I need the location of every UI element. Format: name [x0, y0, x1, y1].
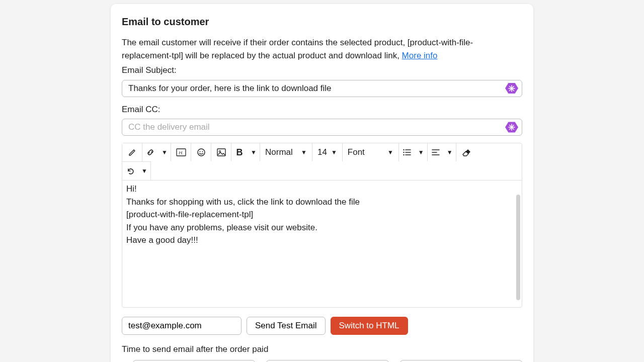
svg-rect-13 [217, 149, 225, 156]
font-family-value: Font [348, 146, 365, 159]
editor-toolbar: ▼ H. B ▼ Normal [122, 143, 522, 180]
chevron-down-icon: ▼ [331, 148, 337, 157]
svg-point-14 [219, 151, 220, 152]
svg-point-11 [199, 151, 200, 152]
undo-dropdown[interactable]: ▼ [138, 162, 150, 180]
subject-label: Email Subject: [122, 64, 522, 77]
delay-selects: 0 Days ▲▼ 3 Hours ▲▼ 0 Minutes ▲▼ [122, 360, 522, 363]
chevron-down-icon: ▼ [447, 148, 453, 157]
delay-label: Time to send email after the order paid [122, 343, 522, 356]
editor-content[interactable]: Hi! Thanks for shopping with us, click t… [122, 180, 522, 307]
align-dropdown[interactable]: ▼ [444, 143, 456, 161]
svg-point-20 [403, 154, 404, 155]
chevron-down-icon: ▼ [387, 148, 393, 157]
font-size-select[interactable]: 14 ▼ [312, 143, 343, 161]
edit-icon[interactable] [122, 143, 142, 161]
section-title: Email to customer [122, 14, 522, 29]
undo-button[interactable]: ▼ [122, 161, 151, 180]
scrollbar[interactable] [516, 195, 520, 300]
body-line: Have a good day!!! [126, 234, 518, 247]
email-settings-card: Email to customer The email customer wil… [111, 4, 533, 362]
block-style-select[interactable]: Normal ▼ [260, 143, 312, 161]
more-info-link[interactable]: More info [402, 51, 438, 60]
bold-dropdown[interactable]: ▼ [248, 143, 260, 161]
body-line: Hi! [126, 183, 518, 196]
delay-minutes-select[interactable]: 0 Minutes ▲▼ [400, 360, 522, 363]
svg-point-10 [198, 149, 205, 156]
cc-label: Email CC: [122, 103, 522, 116]
page-root: Email to customer The email customer wil… [0, 0, 644, 362]
svg-point-19 [403, 152, 404, 153]
align-button[interactable]: ▼ [428, 143, 456, 161]
image-icon[interactable] [211, 143, 231, 161]
subject-input[interactable] [122, 80, 522, 97]
eraser-icon[interactable] [456, 143, 476, 161]
chevron-down-icon: ▼ [141, 166, 147, 175]
switch-html-button[interactable]: Switch to HTML [331, 317, 408, 335]
svg-text:H.: H. [179, 150, 183, 155]
emoji-icon[interactable] [191, 143, 211, 161]
font-size-value: 14 [317, 146, 327, 159]
subject-input-wrap [122, 80, 522, 97]
font-family-select[interactable]: Font ▼ [343, 143, 399, 161]
list-icon[interactable] [399, 143, 415, 161]
delay-hours-select[interactable]: 3 Hours ▲▼ [266, 360, 388, 363]
list-dropdown[interactable]: ▼ [415, 143, 427, 161]
align-icon[interactable] [428, 143, 444, 161]
link-button[interactable]: ▼ [142, 143, 171, 161]
send-test-button[interactable]: Send Test Email [247, 317, 326, 335]
code-block-icon[interactable]: H. [171, 143, 191, 161]
chevron-down-icon: ▼ [162, 148, 168, 157]
svg-point-18 [403, 149, 404, 150]
editor-body[interactable]: Hi! Thanks for shopping with us, click t… [122, 180, 522, 307]
chevron-down-icon: ▼ [418, 148, 424, 157]
body-line: If you have any problems, please visit o… [126, 221, 518, 234]
link-icon[interactable] [142, 143, 158, 161]
test-email-input[interactable] [122, 317, 242, 335]
undo-icon[interactable] [122, 162, 138, 180]
test-email-row: Send Test Email Switch to HTML [122, 317, 522, 335]
chevron-down-icon: ▼ [301, 148, 307, 157]
rich-text-editor: ▼ H. B ▼ Normal [122, 143, 522, 308]
body-line: Thanks for shopping with us, click the l… [126, 196, 518, 209]
body-line: [product-with-file-replacement-tpl] [126, 208, 518, 221]
chevron-down-icon: ▼ [251, 148, 257, 157]
list-button[interactable]: ▼ [399, 143, 428, 161]
cc-input-wrap [122, 119, 522, 136]
block-style-value: Normal [265, 146, 293, 159]
svg-point-12 [202, 151, 203, 152]
bold-button[interactable]: B ▼ [231, 143, 260, 161]
delay-days-select[interactable]: 0 Days ▲▼ [133, 360, 255, 363]
cc-input[interactable] [122, 119, 522, 136]
bold-icon[interactable]: B [231, 143, 248, 161]
section-description: The email customer will receive if their… [122, 36, 522, 62]
link-dropdown[interactable]: ▼ [158, 143, 171, 161]
